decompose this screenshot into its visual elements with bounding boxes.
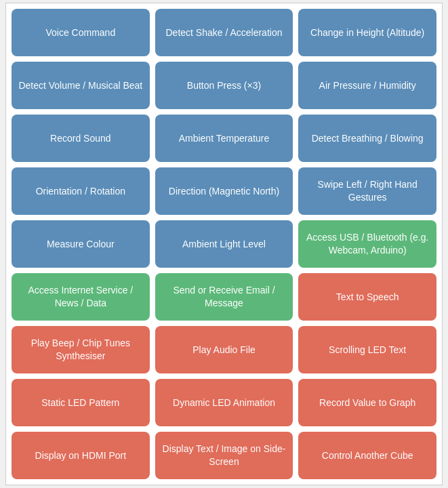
- tile-4[interactable]: Button Press (×3): [155, 62, 293, 109]
- tile-25[interactable]: Display Text / Image on Side-Screen: [155, 432, 293, 479]
- tile-19[interactable]: Play Audio File: [155, 326, 293, 373]
- tile-9[interactable]: Orientation / Rotation: [12, 167, 150, 215]
- tile-26[interactable]: Control Another Cube: [298, 432, 436, 479]
- tile-24[interactable]: Display on HDMI Port: [12, 432, 150, 479]
- tile-18[interactable]: Play Beep / Chip Tunes Synthesiser: [12, 326, 150, 373]
- tile-5[interactable]: Air Pressure / Humidity: [298, 62, 436, 109]
- tile-10[interactable]: Direction (Magnetic North): [155, 167, 293, 215]
- tile-8[interactable]: Detect Breathing / Blowing: [298, 115, 436, 162]
- tile-7[interactable]: Ambient Temperature: [155, 115, 293, 162]
- tile-12[interactable]: Measure Colour: [12, 220, 150, 268]
- tile-16[interactable]: Send or Receive Email / Message: [155, 273, 293, 321]
- tile-23[interactable]: Record Value to Graph: [298, 379, 436, 426]
- tile-13[interactable]: Ambient Light Level: [155, 220, 293, 268]
- tile-20[interactable]: Scrolling LED Text: [298, 326, 436, 373]
- tile-0[interactable]: Voice Command: [12, 9, 150, 56]
- tile-3[interactable]: Detect Volume / Musical Beat: [12, 62, 150, 109]
- tile-grid: Voice CommandDetect Shake / Acceleration…: [5, 3, 443, 485]
- tile-21[interactable]: Static LED Pattern: [12, 379, 150, 426]
- tile-15[interactable]: Access Internet Service / News / Data: [12, 273, 150, 321]
- tile-1[interactable]: Detect Shake / Acceleration: [155, 9, 293, 56]
- tile-6[interactable]: Record Sound: [12, 115, 150, 162]
- tile-17[interactable]: Text to Speech: [298, 273, 436, 321]
- tile-2[interactable]: Change in Height (Altitude): [298, 9, 436, 56]
- tile-14[interactable]: Access USB / Bluetooth (e.g. Webcam, Ard…: [298, 220, 436, 268]
- tile-11[interactable]: Swipe Left / Right Hand Gestures: [298, 167, 436, 215]
- tile-22[interactable]: Dynamic LED Animation: [155, 379, 293, 426]
